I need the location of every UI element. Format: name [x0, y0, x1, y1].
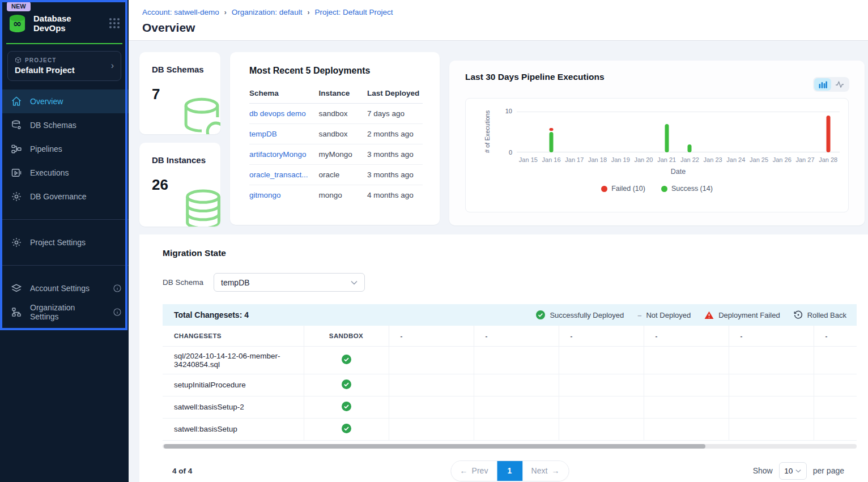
- database-devops-logo-icon: ∞: [7, 14, 27, 33]
- chart-bars: [517, 112, 840, 152]
- empty-status-cell: [474, 396, 559, 418]
- chart-xlabels: Jan 15Jan 16Jan 17Jan 18Jan 19Jan 20Jan …: [517, 156, 840, 163]
- warning-triangle-icon: [704, 311, 714, 319]
- status-legend: Successfully Deployed – Not Deployed: [536, 310, 846, 319]
- schema-link[interactable]: tempDB: [249, 124, 318, 144]
- summary-cards-row: DB Schemas 7 DB Instances 26: [139, 52, 868, 227]
- app-grid-icon[interactable]: [109, 18, 120, 28]
- column-header: Instance: [318, 84, 367, 104]
- schema-link[interactable]: db devops demo: [249, 104, 318, 124]
- x-tick-label: Jan 26: [771, 156, 794, 163]
- x-tick-label: Jan 22: [678, 156, 701, 163]
- sidebar-accent-rule: [6, 43, 122, 44]
- x-tick-label: Jan 28: [816, 156, 840, 163]
- sidebar-item-db-schemas[interactable]: DB Schemas: [0, 113, 129, 137]
- changesets-column-header: SANDBOX: [304, 326, 389, 346]
- empty-status-cell: [814, 374, 857, 396]
- chart-column: [747, 112, 771, 152]
- chart-column: [632, 112, 656, 152]
- changesets-column-header: -: [474, 326, 559, 346]
- sidebar-item-pipelines[interactable]: Pipelines: [0, 137, 129, 161]
- x-tick-label: Jan 19: [609, 156, 632, 163]
- horizontal-scrollbar-track[interactable]: [163, 444, 857, 449]
- main-content: Account: satwell-demo › Organization: de…: [129, 0, 868, 482]
- legend-deployment-failed: Deployment Failed: [704, 311, 780, 319]
- db-schema-selected-value: tempDB: [221, 278, 250, 287]
- chart-column: [724, 112, 747, 152]
- pagination-bar: 4 of 4 ← Prev 1 Next → Show: [163, 462, 857, 482]
- sandbox-status-cell: [304, 374, 389, 396]
- success-bar: [688, 144, 692, 152]
- sidebar-item-project-settings[interactable]: Project Settings: [0, 231, 129, 254]
- success-dot-icon: [661, 186, 667, 192]
- horizontal-scrollbar-thumb[interactable]: [164, 444, 705, 449]
- sidebar-item-db-governance[interactable]: DB Governance: [0, 185, 129, 208]
- schema-select-row: DB Schema tempDB: [163, 273, 857, 292]
- bar-chart-toggle-button[interactable]: [814, 78, 831, 91]
- legend-item-failed: Failed (10): [601, 185, 645, 193]
- pipeline-icon: [11, 143, 22, 155]
- changesets-header-bar: Total Changesets: 4 Successfully Deploye…: [163, 304, 857, 326]
- changesets-table-body: sql/2024-10-14-12-06-member-34240854.sql…: [163, 346, 857, 440]
- recent-deployments-card: Most Recent 5 Deployments Schema Instanc…: [230, 52, 440, 225]
- page-number-button[interactable]: 1: [497, 461, 522, 481]
- breadcrumb-project-link[interactable]: Project: Default Project: [314, 8, 393, 16]
- schema-link[interactable]: oracle_transact...: [249, 165, 318, 185]
- deployment-row: artifactoryMongomyMongo3 months ago: [249, 144, 423, 165]
- sidebar-item-overview[interactable]: Overview: [0, 89, 129, 113]
- page-header: Account: satwell-demo › Organization: de…: [129, 0, 868, 41]
- changesets-column-header: -: [814, 326, 857, 346]
- sidebar-item-organization-settings[interactable]: Organization Settings: [0, 300, 129, 324]
- empty-status-cell: [474, 346, 559, 374]
- legend-label: Not Deployed: [646, 311, 691, 319]
- line-chart-toggle-button[interactable]: [831, 78, 848, 91]
- success-bar: [550, 132, 554, 152]
- page-title: Overview: [142, 21, 854, 35]
- x-tick-label: Jan 18: [586, 156, 609, 163]
- row-count: 4 of 4: [172, 467, 192, 475]
- info-icon[interactable]: [112, 284, 123, 293]
- sidebar-item-label: Project Settings: [30, 238, 123, 247]
- sidebar-item-label: Executions: [30, 168, 123, 177]
- db-schema-select[interactable]: tempDB: [214, 273, 365, 292]
- empty-status-cell: [474, 374, 559, 396]
- chart-column: [586, 112, 609, 152]
- changeset-row: satwell:basisSetup-2: [163, 396, 857, 418]
- check-circle-icon: [342, 355, 351, 364]
- changesets-column-header: -: [559, 326, 644, 346]
- prev-page-button[interactable]: ← Prev: [451, 461, 497, 481]
- sandbox-status-cell: [304, 396, 389, 418]
- breadcrumb-organization-link[interactable]: Organization: default: [232, 8, 303, 16]
- info-icon[interactable]: [112, 308, 123, 317]
- db-instances-card: DB Instances 26: [139, 143, 220, 227]
- deployment-row: oracle_transact...oracle3 months ago: [249, 165, 423, 185]
- schema-link[interactable]: artifactoryMongo: [249, 144, 318, 165]
- changeset-name: satwell:basisSetup: [163, 418, 304, 440]
- schema-link[interactable]: gitmongo: [249, 185, 318, 206]
- sandbox-status-cell: [304, 346, 389, 374]
- bar-chart-icon: [819, 81, 827, 88]
- x-tick-label: Jan 25: [747, 156, 771, 163]
- deployment-row: gitmongomongo4 months ago: [249, 185, 423, 206]
- breadcrumb-account-link[interactable]: Account: satwell-demo: [142, 8, 219, 16]
- chart-type-toggle: [813, 77, 849, 92]
- chart-column: [609, 112, 632, 152]
- project-name: Default Project: [15, 65, 111, 75]
- sidebar-item-account-settings[interactable]: Account Settings: [0, 276, 129, 300]
- home-icon: [11, 96, 22, 107]
- db-schema-label: DB Schema: [163, 278, 203, 287]
- check-circle-icon: [342, 402, 351, 411]
- breadcrumb-separator: ›: [224, 8, 227, 16]
- changesets-header-row: CHANGESETSSANDBOX------: [163, 326, 857, 346]
- last_deployed-cell: 3 months ago: [367, 144, 423, 165]
- project-selector[interactable]: PROJECT Default Project ›: [7, 51, 121, 81]
- next-page-button[interactable]: Next →: [522, 461, 568, 481]
- sidebar-item-executions[interactable]: Executions: [0, 161, 129, 185]
- page-size-select[interactable]: 10: [779, 462, 807, 480]
- legend-successfully-deployed: Successfully Deployed: [536, 310, 624, 319]
- check-circle-icon: [342, 424, 351, 433]
- instance-cell: sandbox: [318, 104, 367, 124]
- chart-column: [701, 112, 725, 152]
- last_deployed-cell: 3 months ago: [367, 165, 423, 185]
- sidebar-divider: [0, 219, 129, 220]
